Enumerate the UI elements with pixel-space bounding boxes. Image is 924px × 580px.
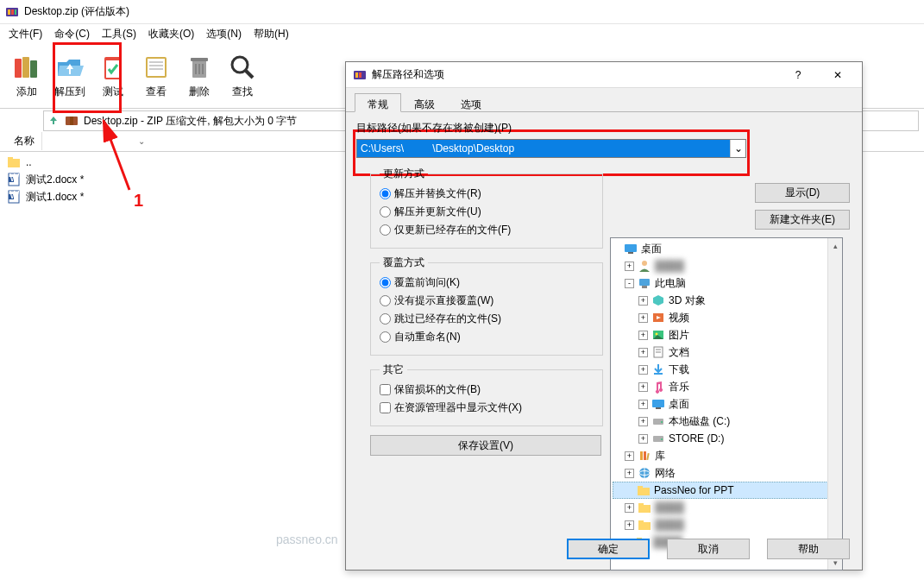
tree-item[interactable]: +桌面 <box>613 395 840 413</box>
menu-help[interactable]: 帮助(H) <box>248 25 294 43</box>
expand-toggle[interactable]: + <box>638 417 648 426</box>
folder-open-icon <box>54 52 85 83</box>
tree-item[interactable]: +████ <box>613 257 840 274</box>
tree-item[interactable]: -此电脑 <box>613 274 840 292</box>
chevron-down-icon[interactable]: ⌄ <box>730 140 745 157</box>
title-bar: Desktop.zip (评估版本) <box>0 0 924 24</box>
dialog-title: 解压路径和选项 <box>372 67 776 82</box>
svg-text:W: W <box>9 173 20 184</box>
tab-general[interactable]: 常规 <box>355 93 401 112</box>
tree-item[interactable]: +音乐 <box>613 378 840 395</box>
tree-item[interactable]: +下载 <box>613 361 840 378</box>
folder-tree[interactable]: 桌面+████-此电脑+3D 对象+视频+图片+文档+下载+音乐+桌面+本地磁盘… <box>610 237 843 571</box>
check-show-explorer[interactable]: 在资源管理器中显示文件(X) <box>380 400 594 415</box>
radio-extract-replace[interactable]: 解压并替换文件(R) <box>380 186 594 201</box>
svg-rect-5 <box>22 57 29 78</box>
book-open-icon <box>141 52 172 83</box>
toolbar-view[interactable]: 查看 <box>135 48 178 103</box>
tree-item-label: 图片 <box>669 328 689 343</box>
tree-item[interactable]: 桌面 <box>613 240 840 257</box>
toolbar-delete[interactable]: 删除 <box>178 48 221 103</box>
radio-extract-update[interactable]: 解压并更新文件(U) <box>380 205 594 219</box>
tree-item-label: 下载 <box>669 362 689 377</box>
tree-item-label: 视频 <box>669 311 689 325</box>
tree-item[interactable]: +STORE (D:) <box>613 430 840 447</box>
tree-item[interactable]: +图片 <box>613 326 840 344</box>
expand-toggle[interactable]: + <box>638 400 648 409</box>
expand-toggle[interactable]: + <box>638 382 648 392</box>
search-icon <box>227 52 258 83</box>
expand-toggle[interactable]: + <box>638 331 648 340</box>
expand-toggle[interactable]: + <box>625 262 634 271</box>
up-icon[interactable] <box>47 114 60 129</box>
tab-advanced[interactable]: 高级 <box>401 93 448 111</box>
toolbar-find[interactable]: 查找 <box>221 48 264 103</box>
expand-toggle[interactable]: + <box>638 313 648 323</box>
3d-icon <box>651 293 665 307</box>
menu-file[interactable]: 文件(F) <box>3 25 47 43</box>
dest-path-input[interactable] <box>357 140 730 157</box>
help-button[interactable]: ? <box>781 63 815 87</box>
tree-item[interactable]: +3D 对象 <box>613 292 840 309</box>
svg-line-20 <box>246 71 253 78</box>
expand-toggle[interactable]: + <box>638 434 648 444</box>
tree-item-label: 本地磁盘 (C:) <box>669 414 730 429</box>
save-settings-button[interactable]: 保存设置(V) <box>370 435 601 456</box>
svg-rect-6 <box>30 60 37 78</box>
expand-toggle[interactable]: + <box>638 348 648 357</box>
new-folder-button[interactable]: 新建文件夹(E) <box>755 210 850 230</box>
svg-rect-3 <box>15 9 16 15</box>
tree-item[interactable]: +网络 <box>613 464 840 482</box>
extract-dialog: 解压路径和选项 ? ✕ 常规 高级 选项 目标路径(如果不存在将被创建)(P) … <box>345 61 863 571</box>
trash-icon <box>184 52 215 83</box>
dest-path-combo[interactable]: ⌄ <box>356 139 746 158</box>
show-button[interactable]: 显示(D) <box>755 183 850 203</box>
tree-item-label: STORE (D:) <box>669 432 724 444</box>
docx-icon: W <box>7 190 21 204</box>
tree-item-label: 音乐 <box>669 380 689 394</box>
toolbar-extract-to[interactable]: 解压到 <box>48 48 91 103</box>
tree-item-label: 网络 <box>655 466 676 481</box>
tree-item[interactable]: PassNeo for PPT <box>613 482 840 499</box>
svg-rect-58 <box>638 488 650 495</box>
cancel-button[interactable]: 取消 <box>667 539 750 559</box>
tree-item[interactable]: +本地磁盘 (C:) <box>613 413 840 430</box>
expand-toggle[interactable]: + <box>625 451 634 461</box>
tree-item[interactable]: +视频 <box>613 309 840 326</box>
user-icon <box>638 259 651 273</box>
ok-button[interactable]: 确定 <box>567 539 650 559</box>
svg-rect-1 <box>8 9 10 15</box>
close-button[interactable]: ✕ <box>820 63 855 87</box>
expand-toggle[interactable]: + <box>638 296 648 306</box>
expand-toggle[interactable]: + <box>625 469 634 478</box>
tab-options[interactable]: 选项 <box>448 93 494 111</box>
scrollbar[interactable]: ▴ ▾ <box>827 238 842 570</box>
tree-item[interactable]: +████ <box>613 499 840 516</box>
help-button[interactable]: 帮助 <box>767 539 850 559</box>
radio-freshen-only[interactable]: 仅更新已经存在的文件(F) <box>380 223 594 237</box>
expand-toggle[interactable]: + <box>625 520 634 530</box>
radio-auto-rename[interactable]: 自动重命名(N) <box>380 330 594 344</box>
menu-favorites[interactable]: 收藏夹(O) <box>143 25 199 43</box>
radio-ask-overwrite[interactable]: 覆盖前询问(K) <box>380 275 594 290</box>
desktop-icon <box>624 242 638 255</box>
svg-rect-59 <box>638 486 643 489</box>
radio-skip-existing[interactable]: 跳过已经存在的文件(S) <box>380 312 594 326</box>
toolbar-add[interactable]: 添加 <box>5 48 48 103</box>
column-name[interactable]: 名称 <box>7 132 42 150</box>
menu-command[interactable]: 命令(C) <box>49 25 95 43</box>
tree-item[interactable]: +库 <box>613 447 840 464</box>
drive-icon <box>651 432 665 445</box>
tree-item[interactable]: +████ <box>613 516 840 533</box>
menu-options[interactable]: 选项(N) <box>201 25 247 43</box>
tree-item[interactable]: +文档 <box>613 344 840 361</box>
expand-toggle[interactable]: + <box>625 503 634 513</box>
scroll-up-icon[interactable]: ▴ <box>828 238 842 253</box>
expand-toggle[interactable]: + <box>638 365 648 375</box>
radio-overwrite-silent[interactable]: 没有提示直接覆盖(W) <box>380 293 594 308</box>
svg-point-51 <box>661 438 663 440</box>
expand-toggle[interactable]: - <box>625 279 634 288</box>
toolbar-test[interactable]: 测试 <box>91 48 135 103</box>
menu-tools[interactable]: 工具(S) <box>97 25 141 43</box>
check-keep-broken[interactable]: 保留损坏的文件(B) <box>380 382 594 397</box>
